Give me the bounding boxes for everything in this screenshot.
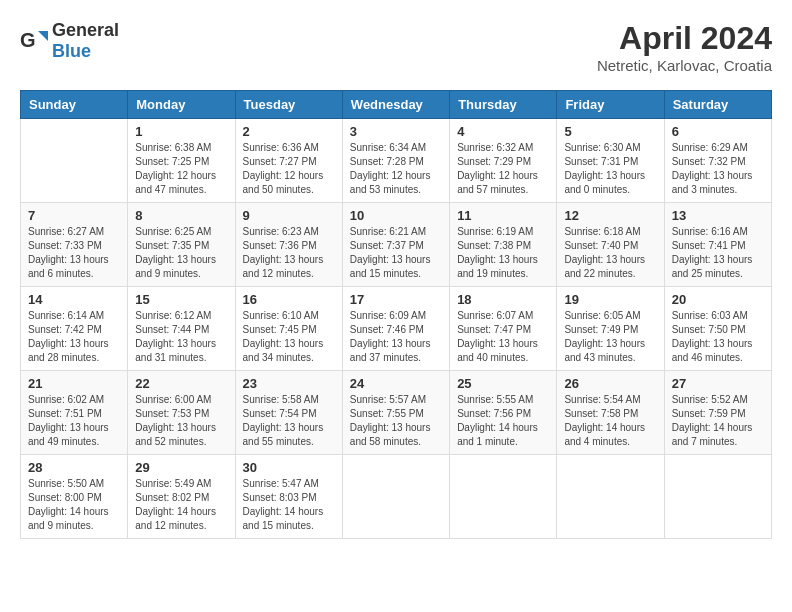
calendar-header-saturday: Saturday [664,91,771,119]
calendar-cell: 1Sunrise: 6:38 AM Sunset: 7:25 PM Daylig… [128,119,235,203]
day-number: 25 [457,376,549,391]
calendar-cell: 10Sunrise: 6:21 AM Sunset: 7:37 PM Dayli… [342,203,449,287]
calendar-cell: 26Sunrise: 5:54 AM Sunset: 7:58 PM Dayli… [557,371,664,455]
day-info: Sunrise: 6:38 AM Sunset: 7:25 PM Dayligh… [135,141,227,197]
logo-blue: Blue [52,41,91,61]
calendar-week-row: 28Sunrise: 5:50 AM Sunset: 8:00 PM Dayli… [21,455,772,539]
calendar-cell: 27Sunrise: 5:52 AM Sunset: 7:59 PM Dayli… [664,371,771,455]
day-number: 7 [28,208,120,223]
day-number: 17 [350,292,442,307]
title-area: April 2024 Netretic, Karlovac, Croatia [597,20,772,74]
day-info: Sunrise: 6:12 AM Sunset: 7:44 PM Dayligh… [135,309,227,365]
calendar-cell [664,455,771,539]
calendar-header-thursday: Thursday [450,91,557,119]
calendar-cell [342,455,449,539]
day-number: 6 [672,124,764,139]
calendar-cell: 28Sunrise: 5:50 AM Sunset: 8:00 PM Dayli… [21,455,128,539]
day-number: 11 [457,208,549,223]
day-number: 28 [28,460,120,475]
calendar-cell: 30Sunrise: 5:47 AM Sunset: 8:03 PM Dayli… [235,455,342,539]
calendar-cell: 16Sunrise: 6:10 AM Sunset: 7:45 PM Dayli… [235,287,342,371]
day-info: Sunrise: 6:16 AM Sunset: 7:41 PM Dayligh… [672,225,764,281]
calendar-week-row: 1Sunrise: 6:38 AM Sunset: 7:25 PM Daylig… [21,119,772,203]
day-info: Sunrise: 6:25 AM Sunset: 7:35 PM Dayligh… [135,225,227,281]
day-info: Sunrise: 5:52 AM Sunset: 7:59 PM Dayligh… [672,393,764,449]
logo-general: General [52,20,119,40]
day-info: Sunrise: 6:10 AM Sunset: 7:45 PM Dayligh… [243,309,335,365]
logo-icon: G [20,27,48,55]
calendar-cell: 6Sunrise: 6:29 AM Sunset: 7:32 PM Daylig… [664,119,771,203]
day-info: Sunrise: 5:50 AM Sunset: 8:00 PM Dayligh… [28,477,120,533]
day-number: 20 [672,292,764,307]
day-info: Sunrise: 6:36 AM Sunset: 7:27 PM Dayligh… [243,141,335,197]
calendar-cell: 14Sunrise: 6:14 AM Sunset: 7:42 PM Dayli… [21,287,128,371]
day-number: 24 [350,376,442,391]
day-number: 1 [135,124,227,139]
calendar-header-monday: Monday [128,91,235,119]
location: Netretic, Karlovac, Croatia [597,57,772,74]
calendar-cell [21,119,128,203]
day-info: Sunrise: 5:58 AM Sunset: 7:54 PM Dayligh… [243,393,335,449]
day-number: 5 [564,124,656,139]
day-info: Sunrise: 6:07 AM Sunset: 7:47 PM Dayligh… [457,309,549,365]
day-info: Sunrise: 6:34 AM Sunset: 7:28 PM Dayligh… [350,141,442,197]
calendar-header-sunday: Sunday [21,91,128,119]
day-info: Sunrise: 6:27 AM Sunset: 7:33 PM Dayligh… [28,225,120,281]
calendar-header-tuesday: Tuesday [235,91,342,119]
day-number: 26 [564,376,656,391]
calendar-cell: 24Sunrise: 5:57 AM Sunset: 7:55 PM Dayli… [342,371,449,455]
day-number: 12 [564,208,656,223]
calendar-cell: 8Sunrise: 6:25 AM Sunset: 7:35 PM Daylig… [128,203,235,287]
day-info: Sunrise: 6:19 AM Sunset: 7:38 PM Dayligh… [457,225,549,281]
svg-marker-1 [38,31,48,41]
calendar-cell: 4Sunrise: 6:32 AM Sunset: 7:29 PM Daylig… [450,119,557,203]
day-number: 8 [135,208,227,223]
day-info: Sunrise: 6:03 AM Sunset: 7:50 PM Dayligh… [672,309,764,365]
calendar-cell: 7Sunrise: 6:27 AM Sunset: 7:33 PM Daylig… [21,203,128,287]
day-number: 30 [243,460,335,475]
day-info: Sunrise: 6:02 AM Sunset: 7:51 PM Dayligh… [28,393,120,449]
day-number: 9 [243,208,335,223]
calendar-cell: 17Sunrise: 6:09 AM Sunset: 7:46 PM Dayli… [342,287,449,371]
calendar-cell: 29Sunrise: 5:49 AM Sunset: 8:02 PM Dayli… [128,455,235,539]
calendar-cell: 15Sunrise: 6:12 AM Sunset: 7:44 PM Dayli… [128,287,235,371]
day-info: Sunrise: 5:54 AM Sunset: 7:58 PM Dayligh… [564,393,656,449]
calendar-week-row: 7Sunrise: 6:27 AM Sunset: 7:33 PM Daylig… [21,203,772,287]
day-info: Sunrise: 6:23 AM Sunset: 7:36 PM Dayligh… [243,225,335,281]
calendar-cell: 18Sunrise: 6:07 AM Sunset: 7:47 PM Dayli… [450,287,557,371]
calendar-cell: 5Sunrise: 6:30 AM Sunset: 7:31 PM Daylig… [557,119,664,203]
day-number: 4 [457,124,549,139]
day-number: 23 [243,376,335,391]
day-info: Sunrise: 6:14 AM Sunset: 7:42 PM Dayligh… [28,309,120,365]
calendar-cell: 19Sunrise: 6:05 AM Sunset: 7:49 PM Dayli… [557,287,664,371]
day-info: Sunrise: 6:00 AM Sunset: 7:53 PM Dayligh… [135,393,227,449]
day-number: 22 [135,376,227,391]
day-info: Sunrise: 6:05 AM Sunset: 7:49 PM Dayligh… [564,309,656,365]
day-info: Sunrise: 5:49 AM Sunset: 8:02 PM Dayligh… [135,477,227,533]
logo: G General Blue [20,20,119,62]
day-number: 16 [243,292,335,307]
day-info: Sunrise: 6:21 AM Sunset: 7:37 PM Dayligh… [350,225,442,281]
day-info: Sunrise: 6:18 AM Sunset: 7:40 PM Dayligh… [564,225,656,281]
day-info: Sunrise: 6:09 AM Sunset: 7:46 PM Dayligh… [350,309,442,365]
calendar-cell: 22Sunrise: 6:00 AM Sunset: 7:53 PM Dayli… [128,371,235,455]
calendar-cell: 13Sunrise: 6:16 AM Sunset: 7:41 PM Dayli… [664,203,771,287]
calendar-header-wednesday: Wednesday [342,91,449,119]
day-info: Sunrise: 5:57 AM Sunset: 7:55 PM Dayligh… [350,393,442,449]
day-info: Sunrise: 5:55 AM Sunset: 7:56 PM Dayligh… [457,393,549,449]
day-info: Sunrise: 6:29 AM Sunset: 7:32 PM Dayligh… [672,141,764,197]
calendar-header-row: SundayMondayTuesdayWednesdayThursdayFrid… [21,91,772,119]
day-number: 3 [350,124,442,139]
calendar-cell: 11Sunrise: 6:19 AM Sunset: 7:38 PM Dayli… [450,203,557,287]
calendar-cell: 23Sunrise: 5:58 AM Sunset: 7:54 PM Dayli… [235,371,342,455]
day-info: Sunrise: 6:30 AM Sunset: 7:31 PM Dayligh… [564,141,656,197]
day-info: Sunrise: 6:32 AM Sunset: 7:29 PM Dayligh… [457,141,549,197]
day-number: 29 [135,460,227,475]
day-number: 21 [28,376,120,391]
day-number: 19 [564,292,656,307]
calendar-week-row: 21Sunrise: 6:02 AM Sunset: 7:51 PM Dayli… [21,371,772,455]
day-number: 14 [28,292,120,307]
calendar-cell [450,455,557,539]
calendar-table: SundayMondayTuesdayWednesdayThursdayFrid… [20,90,772,539]
month-year: April 2024 [597,20,772,57]
